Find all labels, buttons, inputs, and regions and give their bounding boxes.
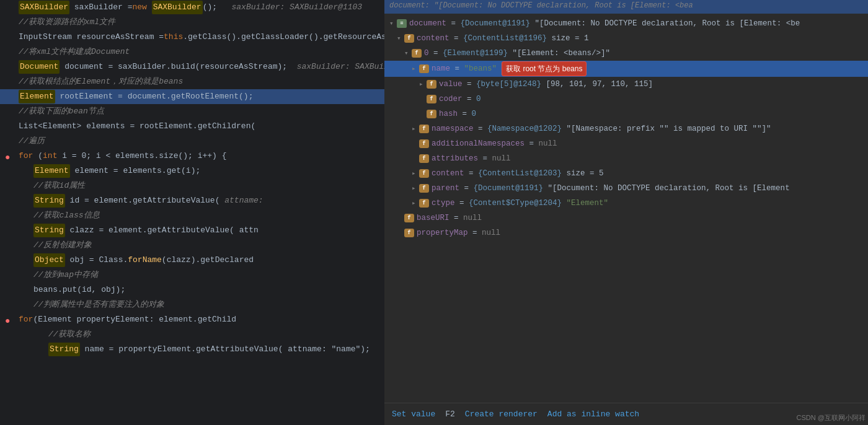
code-line-18: Object obj = Class. forName (clazz).getD… xyxy=(0,253,384,268)
token: InputStream resourceAsStream = xyxy=(19,30,164,44)
field-value-str: size = 5 xyxy=(562,167,604,180)
field-icon: f xyxy=(419,184,429,193)
expand-icon xyxy=(397,211,404,225)
token: //获取根结点的Element，对应的就是beans xyxy=(19,75,183,89)
code-line-15: //获取class信息 xyxy=(0,208,384,223)
op: = xyxy=(450,62,464,76)
token: //获取名称 xyxy=(48,328,91,341)
expand-icon: ▾ xyxy=(389,17,397,30)
code-line-3: InputStream resourceAsStream = this .get… xyxy=(0,30,384,45)
tree-node-additionalNamespaces[interactable]: f additionalNamespaces = null xyxy=(384,136,868,151)
field-value-str: "Element" xyxy=(562,196,608,210)
token: Element xyxy=(33,164,70,178)
field-name: hash xyxy=(439,107,458,121)
token: //将xml文件构建成Document xyxy=(19,45,130,59)
tree-node-parent[interactable]: ▸ f parent = {Document@1191} "[Document:… xyxy=(384,181,868,196)
op: = xyxy=(474,122,488,136)
field-name: content xyxy=(417,32,450,45)
field-name: baseURI xyxy=(417,211,450,225)
field-value: {Document@1191} xyxy=(461,17,531,30)
code-line-20: beans.put(id, obj); xyxy=(0,283,384,297)
field-value: null xyxy=(463,211,482,225)
action-bar: Set value F2 Create renderer Add as inli… xyxy=(384,403,868,425)
op: = xyxy=(458,107,472,121)
tree-node-content[interactable]: ▾ f content = {ContentList@1196} size = … xyxy=(384,31,868,46)
field-value-str: "[Namespace: prefix "" is mapped to URI … xyxy=(562,122,771,136)
token: i = 0; i < elements.size(); i++) { xyxy=(62,149,226,163)
code-line-14: String id = element.getAttributeValue( a… xyxy=(0,193,384,208)
token: rootElement = document.getRootElement(); xyxy=(55,90,254,103)
token: ( xyxy=(38,149,43,163)
expand-icon: ▸ xyxy=(419,77,427,91)
token: //获取id属性 xyxy=(33,179,85,193)
op: = xyxy=(450,211,464,225)
code-line-2: //获取资源路径的xml文件 xyxy=(0,15,384,30)
inline-hint-text: document: "[Document: No DOCTYPE declara… xyxy=(389,1,693,10)
token: this xyxy=(164,30,183,44)
token: //获取class信息 xyxy=(33,209,100,222)
field-icon: f xyxy=(419,139,429,148)
token: for xyxy=(19,149,38,163)
field-icon: f xyxy=(404,34,414,43)
token: SAXBuilder xyxy=(19,1,69,14)
op: = xyxy=(468,226,482,240)
op: = xyxy=(455,196,469,210)
token: //遍历 xyxy=(19,134,45,148)
code-line-12: Element element = elements.get(i); xyxy=(0,164,384,178)
field-icon: f xyxy=(427,80,436,89)
token: List<Element> elements = rootElement.get… xyxy=(19,120,255,133)
tree-node-coder[interactable]: f coder = 0 xyxy=(384,92,868,107)
field-icon: f xyxy=(404,229,414,237)
breakpoint-icon: ● xyxy=(5,151,10,164)
tree-node-0[interactable]: ▾ f 0 = {Element@1199} "[Element: <beans… xyxy=(384,46,868,61)
set-value-link[interactable]: Set value xyxy=(392,410,435,419)
add-inline-watch-link[interactable]: Add as inline watch xyxy=(547,410,639,419)
field-value: null xyxy=(492,152,511,165)
field-value: "beans" xyxy=(464,62,497,76)
op: = xyxy=(525,137,539,151)
field-value-str: "[Document: No DOCTYPE declaration, Root… xyxy=(530,17,800,30)
token: (); xyxy=(203,1,217,14)
field-value: {Document@1191} xyxy=(474,182,544,195)
inline-hint: saxBuilder: SAXBuilder@1103 xyxy=(217,1,362,14)
code-line-24: String name = propertyElement.getAttribu… xyxy=(0,342,384,357)
field-name: attributes xyxy=(432,152,478,165)
tree-node-value[interactable]: ▸ f value = {byte[5]@1248} [98, 101, 97,… xyxy=(384,77,868,92)
code-line-8: //获取下面的bean节点 xyxy=(0,104,384,119)
create-renderer-link[interactable]: Create renderer xyxy=(465,410,538,419)
tree-node-content2[interactable]: ▸ f content = {ContentList@1203} size = … xyxy=(384,166,868,181)
op: = xyxy=(446,17,461,30)
tree-node-baseURI[interactable]: f baseURI = null xyxy=(384,211,868,226)
field-value-str: size = 1 xyxy=(547,32,589,45)
annotation-box: 获取 root 节点为 beans xyxy=(502,61,587,76)
field-value: null xyxy=(539,137,557,151)
debug-tree[interactable]: ▾ ≡ document = {Document@1191} "[Documen… xyxy=(384,14,868,403)
tree-node-attributes[interactable]: f attributes = null xyxy=(384,151,868,166)
field-name: additionalNamespaces xyxy=(432,137,525,151)
expand-icon xyxy=(419,107,427,121)
token: name = propertyElement.getAttributeValue… xyxy=(80,343,370,356)
field-value: {Content$CType@1204} xyxy=(469,196,562,210)
token: document = saxBuilder.build(resourceAsSt… xyxy=(60,60,287,74)
field-name: value xyxy=(439,77,463,91)
tree-node-namespace[interactable]: ▸ f namespace = {Namespace@1202} "[Names… xyxy=(384,121,868,136)
token: saxBuilder = xyxy=(69,1,132,14)
field-value: {ContentList@1196} xyxy=(463,32,547,45)
tree-node-name[interactable]: ▸ f name = "beans" 获取 root 节点为 beans xyxy=(384,61,868,77)
field-value: 0 xyxy=(476,92,481,106)
field-icon: f xyxy=(427,95,436,103)
set-value-key: F2 xyxy=(445,410,455,419)
op: = xyxy=(464,167,479,180)
expand-icon: ▸ xyxy=(412,167,419,180)
field-name: document xyxy=(409,17,446,30)
token: String xyxy=(33,224,65,237)
tree-node-document[interactable]: ▾ ≡ document = {Document@1191} "[Documen… xyxy=(384,16,868,31)
tree-node-ctype[interactable]: ▸ f ctype = {Content$CType@1204} "Elemen… xyxy=(384,196,868,211)
field-value: {ContentList@1203} xyxy=(478,167,562,180)
code-line-5: Document document = saxBuilder.build(res… xyxy=(0,59,384,74)
token: obj = Class. xyxy=(65,253,128,267)
tree-node-propertyMap[interactable]: f propertyMap = null xyxy=(384,226,868,240)
field-name: namespace xyxy=(432,122,474,136)
tree-node-hash[interactable]: f hash = 0 xyxy=(384,107,868,121)
field-value: {byte[5]@1248} xyxy=(476,77,541,91)
